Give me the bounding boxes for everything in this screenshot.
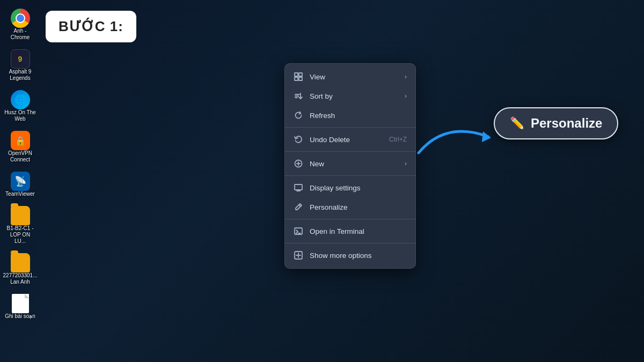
svg-rect-10 [295,184,302,190]
divider-4 [285,219,415,219]
asphalt-label: Asphalt 9Legends [9,69,32,82]
desktop-icons-column: Anh -Chrome 9 Asphalt 9Legends 🌐 Husz On… [0,0,40,328]
menu-item-display-settings[interactable]: Display settings [285,178,415,197]
step-label-text: BƯỚC 1: [58,18,123,34]
divider-3 [285,175,415,176]
view-arrow: › [405,73,407,80]
divider-2 [285,151,415,152]
desktop-icon-asphalt[interactable]: 9 Asphalt 9Legends [2,46,39,85]
refresh-label: Refresh [310,112,407,120]
folder1-label: B1-B2-C1 -LOP ON LU... [4,225,36,245]
textfile-label: Ghi bài soạn [5,313,35,320]
svg-rect-0 [295,73,298,76]
open-terminal-label: Open in Terminal [310,227,407,235]
sort-by-arrow: › [405,92,407,100]
undo-delete-label: Undo Delete [310,136,383,144]
desktop-icon-openvpn[interactable]: 🔒 OpenVPNConnect [2,128,39,166]
display-icon [294,183,303,193]
pencil-button-icon: ✏️ [510,116,524,130]
teamviewer-icon: 📡 [11,172,30,191]
svg-line-13 [299,205,301,206]
menu-item-refresh[interactable]: Refresh [285,106,415,125]
terminal-icon [294,226,303,236]
menu-item-sort-by[interactable]: Sort by › [285,86,415,106]
divider-1 [285,127,415,128]
openvpn-icon: 🔒 [11,131,30,150]
desktop-icon-teamviewer[interactable]: 📡 TeamViewer [2,168,39,201]
new-label: New [310,160,398,168]
undo-icon [294,135,303,144]
menu-item-view[interactable]: View › [285,67,415,86]
svg-rect-1 [299,73,302,76]
folder1-icon [11,206,30,225]
chrome-label: Anh -Chrome [11,28,30,41]
desktop-icon-folder1[interactable]: B1-B2-C1 -LOP ON LU... [2,203,39,248]
svg-rect-3 [299,77,302,80]
sort-by-label: Sort by [310,92,398,100]
refresh-icon [294,110,303,120]
desktop-icon-chrome[interactable]: Anh -Chrome [2,5,39,44]
personalize-button-label: Personalize [531,116,602,131]
desktop-icon-folder2[interactable]: 2277203301...Lan Anh [2,250,39,289]
menu-item-undo-delete[interactable]: Undo Delete Ctrl+Z [285,130,415,149]
desktop-icon-textfile[interactable]: Ghi bài soạn [2,291,39,323]
desktop-icon-edge[interactable]: 🌐 Husz On TheWeb [2,87,39,125]
edge-label: Husz On TheWeb [4,109,36,122]
personalize-menu-label: Personalize [310,203,407,211]
menu-item-open-terminal[interactable]: Open in Terminal [285,221,415,241]
undo-delete-shortcut: Ctrl+Z [389,136,407,143]
desktop: BƯỚC 1: Anh -Chrome 9 Asphalt 9Legends 🌐… [0,0,644,362]
chrome-icon [11,9,30,28]
svg-marker-19 [482,131,491,142]
step-label: BƯỚC 1: [46,11,136,42]
personalize-button[interactable]: ✏️ Personalize [494,107,618,139]
divider-5 [285,243,415,243]
context-menu: View › Sort by › Refresh Undo Delete Ctr… [284,63,416,269]
grid-icon [294,72,303,82]
menu-item-new[interactable]: New › [285,154,415,173]
folder2-label: 2277203301...Lan Anh [3,272,38,285]
teamviewer-label: TeamViewer [5,191,35,197]
menu-item-personalize[interactable]: Personalize [285,197,415,217]
arrow-graphic [413,115,499,158]
edge-icon: 🌐 [11,90,30,109]
svg-rect-2 [295,77,298,80]
show-more-label: Show more options [310,252,407,260]
textfile-icon [12,294,29,313]
openvpn-label: OpenVPNConnect [8,150,32,163]
new-icon [294,159,303,168]
display-settings-label: Display settings [310,184,407,192]
folder2-icon [11,253,30,272]
asphalt-icon: 9 [11,49,30,69]
menu-item-show-more[interactable]: Show more options [285,246,415,265]
sort-icon [294,91,303,101]
pencil-menu-icon [294,202,303,212]
view-label: View [310,73,398,81]
new-arrow: › [405,160,407,167]
more-options-icon [294,250,303,260]
